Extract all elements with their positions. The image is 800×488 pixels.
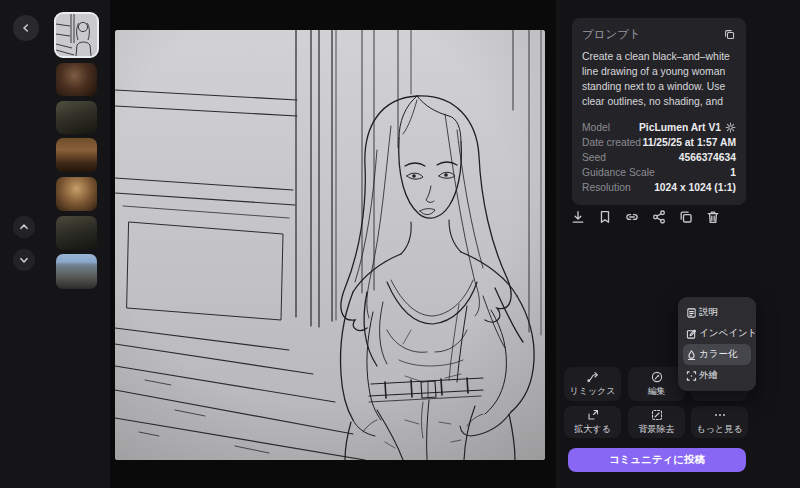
menu-item-outpaint[interactable]: 外繪 [683,365,751,386]
scroll-up-button[interactable] [13,216,35,238]
context-menu: 説明 インペイント カラー化 外繪 [678,297,756,391]
meta-row-model: Model PicLumen Art V1 [582,122,736,133]
remix-button[interactable]: リミックス [564,367,621,401]
generated-image[interactable] [115,30,545,460]
share-icon[interactable] [651,209,667,225]
meta-row-date: Date created 11/25/25 at 1:57 AM [582,137,736,148]
more-dots-icon [713,409,727,421]
prompt-card-title: プロンプト [582,27,641,42]
thumbnail-library-reading-warm[interactable] [56,138,97,172]
line-art-illustration [115,30,545,460]
action-icon-row [570,209,721,225]
menu-item-inpaint[interactable]: インペイント [683,323,751,344]
background-remove-button[interactable]: 背景除去 [628,406,685,438]
chevron-up-icon [19,222,29,232]
thumbnail-library-reading-blonde[interactable] [56,177,97,211]
metadata-card: Model PicLumen Art V1 Date created 11/25… [572,110,746,205]
copy-icon[interactable] [678,209,694,225]
thumbnail-book-closeup[interactable] [56,63,97,96]
remix-icon [587,371,599,383]
thumbnail-library-portrait-dark[interactable] [56,101,97,134]
describe-file-icon [686,307,697,319]
chevron-left-icon [21,23,31,33]
download-icon[interactable] [570,209,586,225]
meta-row-resolution: Resolution 1024 x 1024 (1:1) [582,182,736,193]
more-button[interactable]: もっと見る [691,406,748,438]
edit-circle-icon [651,371,663,383]
meta-row-seed: Seed 4566374634 [582,152,736,163]
thumbnail-building-exterior[interactable] [56,254,97,289]
scroll-down-button[interactable] [13,249,35,271]
bookmark-icon[interactable] [597,209,613,225]
meta-row-guidance: Guidance Scale 1 [582,167,736,178]
upscale-button[interactable]: 拡大する [564,406,621,438]
chevron-down-icon [19,255,29,265]
copy-prompt-icon[interactable] [723,28,736,41]
upscale-icon [587,409,599,421]
thumbnail-line-drawing[interactable] [54,12,99,58]
edit-button[interactable]: 編集 [628,367,685,401]
gear-icon[interactable] [725,122,736,133]
menu-item-colorize[interactable]: カラー化 [683,344,751,365]
trash-icon[interactable] [705,209,721,225]
inpaint-pencil-icon [686,328,697,340]
outpaint-expand-icon [686,370,697,382]
colorize-drop-icon [686,349,697,361]
menu-item-describe[interactable]: 説明 [683,302,751,323]
thumbnail-library-portrait-dim[interactable] [56,216,97,250]
background-remove-icon [651,409,663,421]
back-button[interactable] [13,15,39,41]
link-icon[interactable] [624,209,640,225]
post-to-community-button[interactable]: コミュニティに投稿 [568,448,746,472]
